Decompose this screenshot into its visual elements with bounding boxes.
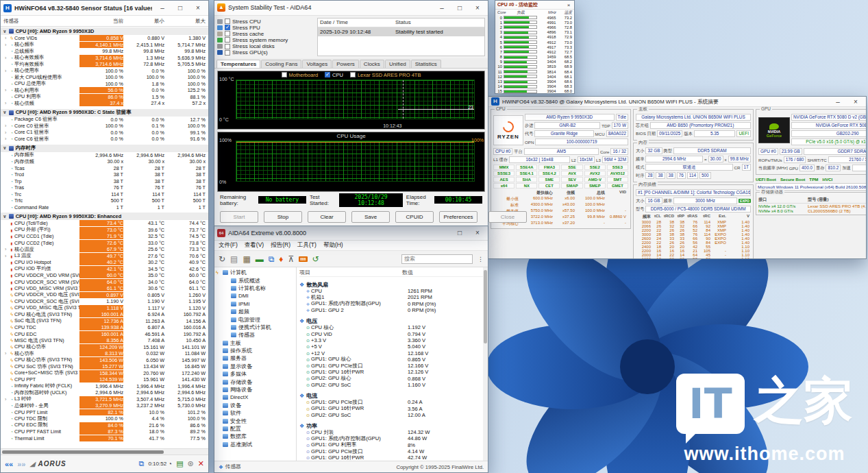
sensor-row[interactable]: › CPU SoC 功率 (SVI3 TFN) 15.277 W 13.434 … (1, 363, 208, 370)
cpu-icon[interactable]: ▦ (243, 254, 250, 264)
stress-checkbox[interactable]: Stress cache (217, 31, 314, 37)
sensor-row[interactable]: › CPU CCD2 (Tdie) 72.6 °C 33.0 °C 73.8 °… (1, 240, 208, 247)
sensor-item-row[interactable]: GPU2: GPU SoC 12.00 A (299, 412, 485, 418)
sensor-item-row[interactable]: +12 V 12.168 V (299, 350, 485, 356)
sensor-row[interactable]: › Trp 38 T 38 T 38 T (1, 178, 208, 185)
stability-button[interactable]: Clear (308, 211, 346, 223)
sensor-row[interactable]: › 核心频率 4,140.1 MHz 2,415.1 MHz 5,714.7 M… (1, 42, 208, 49)
collapse-icon[interactable]: ∨ (3, 145, 7, 151)
menu-item[interactable]: 帮助(H) (323, 241, 343, 250)
sensor-row[interactable]: › Thermal Limit 70.1 % 41.7 % 77.5 % (1, 435, 208, 442)
sensor-row[interactable]: › MISC 电流 (SVI3 TFN) 8.356 A 7.408 A 10.… (1, 337, 208, 344)
tree-item[interactable]: 数据库 (214, 433, 296, 440)
collapse-icon[interactable]: ∨ (3, 214, 7, 219)
tree-item[interactable]: 超频 (214, 308, 296, 315)
sensor-item-row[interactable]: GPU2: GPU 核心 0.868 V (299, 376, 485, 382)
back-icon[interactable]: ↺ (312, 254, 319, 264)
sensor-item-row[interactable]: GPU1: GPU PCIe接口 0.24 A (299, 399, 485, 405)
stress-checkbox[interactable]: Stress FPU (217, 25, 314, 31)
tree-item[interactable]: 电源管理 (214, 315, 296, 323)
stability-tab[interactable]: Clocks (360, 60, 384, 68)
menu-item[interactable]: 文件(F) (219, 241, 238, 250)
minimize-button[interactable]: – (155, 4, 170, 12)
stability-tab[interactable]: Temperatures (216, 60, 260, 68)
sensor-row[interactable]: › Trfc 500 T 500 T 500 T (1, 197, 208, 204)
stability-tab[interactable]: Powers (332, 60, 359, 68)
sensor-row[interactable]: › Command Rate 1 T 1 T 1 T (1, 204, 208, 211)
sensor-row[interactable]: › L3 温度 49.7 °C 27.6 °C 70.6 °C (1, 253, 208, 260)
legend-checkbox[interactable] (350, 72, 356, 77)
sensor-item-row[interactable]: CPU VID 0.794 V (299, 330, 485, 337)
close-button[interactable]: × (190, 4, 206, 12)
sensor-row[interactable]: › Tcas 28 T 28 T 28 T (1, 165, 208, 172)
drive-row[interactable]: NVMe x4 12.0 GT/sLexar SSD ARES PRO 4TB … (758, 204, 866, 208)
checkbox[interactable] (225, 50, 230, 56)
tree-item[interactable]: DMI (214, 292, 296, 300)
sensor-item-row[interactable]: GPU1: GPU 16针PWR 3.56 A (299, 405, 485, 411)
sensor-row[interactable]: › 核心有效频率 3,714.6 MHz 1.3 MHz 5,636.9 MHz (1, 55, 208, 62)
tree-item[interactable]: 多媒体 (214, 370, 296, 378)
stress-checkbox[interactable]: Stress CPU (217, 19, 314, 25)
tree-item[interactable]: 计算机 (214, 269, 296, 276)
memory-icon[interactable]: ▬ (256, 254, 264, 264)
stability-button[interactable]: Stop (264, 211, 302, 223)
close-button[interactable]: × (565, 2, 572, 8)
legend-checkbox[interactable] (282, 72, 287, 77)
sensor-group-header[interactable]: ∨ CPU [#0]: AMD Ryzen 9 9950X3D (1, 27, 208, 35)
sensor-item-row[interactable]: GPU1: GPU PCIe接口 4.14 W (299, 448, 485, 454)
menu-item[interactable]: 查看(V) (245, 241, 264, 250)
sensor-row[interactable]: › CPU PPT FAST Limit 87.3 % 18.0 % 89.2 … (1, 428, 208, 435)
sensor-row[interactable]: › Package C6 驻留率 0.0 % 0.0 % 12.7 % (1, 117, 208, 123)
stability-tab[interactable]: Statistics (411, 60, 441, 68)
menu-item[interactable]: 工具(T) (297, 241, 317, 250)
sensor-row[interactable]: › CPU VDD_MISC 电压 (SVI3 TFN) 1.118 V 1.1… (1, 305, 208, 312)
back-button[interactable]: «« (5, 460, 13, 468)
tree-item[interactable]: IPMI (214, 300, 296, 308)
sensor-item-row[interactable]: GPU1: GPU 16针PWR 42.74 W (299, 454, 485, 461)
stability-tab[interactable]: Voltages (302, 60, 332, 68)
sensor-row[interactable]: › 内存倍频 30.00 x 30.00 x 30.00 x (1, 158, 208, 165)
drive-row[interactable]: NVMe x4 8.0 GT/sCL2000S566B0 (2 TB) (758, 208, 866, 213)
devices-icon[interactable]: ⧉ (269, 254, 275, 264)
sensor-row[interactable]: › CPU TDC 139.938 A 6.807 A 160.016 A (1, 324, 208, 331)
stability-tab[interactable]: Cooling Fans (261, 60, 301, 68)
tree-item[interactable]: DirectX (214, 393, 296, 401)
sensor-row[interactable]: › Core C1 驻留率 0.0 % 0.0 % 99.1 % (1, 130, 208, 136)
sensor-group-header[interactable]: ∨ 内存时序 (1, 145, 208, 152)
sensor-item-row[interactable]: GPU1: 系统/内存控制器(GPU) 44.86 W (299, 435, 485, 441)
sensor-row[interactable]: › 核心利用率 56.0 % 0.0 % 125.2 % (1, 87, 208, 94)
sensor-row[interactable]: › CPU VDDCR_SOC VRM (SVI3 TFN) 64.0 °C 3… (1, 279, 208, 286)
close-test-button[interactable]: Close (488, 211, 527, 223)
stability-button[interactable]: Start (220, 211, 258, 223)
sensor-item-row[interactable]: CPU 封装 124.32 W (299, 429, 485, 435)
sensor-row[interactable]: › 平均有效频率 3,714.6 MHz 72.8 MHz 5,705.5 MH… (1, 61, 208, 68)
stress-checkbox[interactable]: Stress system memory (217, 37, 314, 43)
summary-titlebar[interactable]: H HWiNFO64 v8.32-5840 @ Galaxy Microsyst… (488, 97, 866, 107)
sensor-item-row[interactable]: GPU1: GPU 16针PWR 12.126 V (299, 369, 485, 375)
maximize-button[interactable]: □ (452, 229, 467, 236)
sensor-row[interactable]: › 核心温度 67.9 °C 25.6 °C 73.3 °C (1, 246, 208, 253)
sensor-row[interactable]: › CPU EDC 160.001 A 46.591 A 190.792 A (1, 331, 208, 338)
sensor-row[interactable]: › L3 时钟 3,721.5 MHz 3,507.4 MHz 5,715.0 … (1, 396, 208, 403)
checkbox[interactable] (225, 25, 230, 30)
horizontal-scrollbar[interactable] (1, 448, 208, 454)
sensor-row[interactable]: › CPU 核心电流 (SVI3 TFN) 160.001 A 6.924 A … (1, 311, 208, 318)
sensor-row[interactable]: › CPU IOD 平均值 42.1 °C 34.5 °C 42.6 °C (1, 266, 208, 273)
stability-button[interactable]: CPUID (395, 211, 434, 223)
stress-checkbox[interactable]: Stress local disks (217, 43, 314, 49)
stability-button[interactable]: Save (351, 211, 390, 223)
tree-item[interactable]: 显示设备 (214, 363, 296, 370)
tree-item[interactable]: 安全性 (214, 417, 296, 424)
sensor-item-row[interactable]: CPU 核心 1.192 V (299, 324, 485, 330)
more-menu-icon[interactable]: ⋮ (478, 256, 484, 263)
sensor-row[interactable]: › CPU VDDCR_SOC 电压 (SVI3 TFN) 1.190 V 1.… (1, 298, 208, 305)
sensor-group-header[interactable]: ∨ CPU [#0]: AMD Ryzen 9 9950X3D: C State… (1, 109, 208, 117)
tree-item[interactable]: 设备 (214, 402, 296, 409)
content-scrollbar[interactable] (483, 267, 488, 461)
maximize-button[interactable]: □ (173, 4, 188, 12)
tree-item[interactable]: 软件 (214, 409, 296, 417)
menu-item[interactable]: 报告(R) (271, 241, 290, 250)
tree-item[interactable]: 存储设备 (214, 378, 296, 385)
graph-legend-item[interactable]: CPU (325, 72, 343, 78)
checkbox[interactable] (225, 19, 230, 24)
